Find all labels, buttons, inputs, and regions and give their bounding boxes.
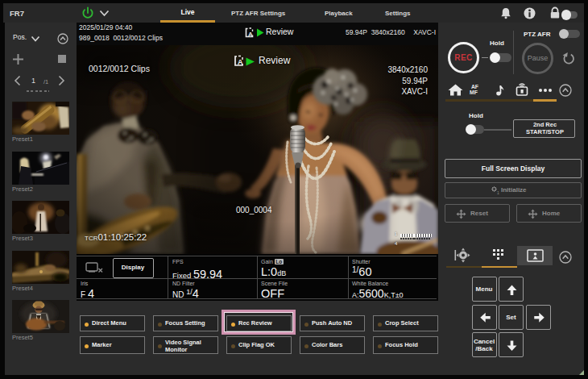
svg-text:A: A: [248, 31, 253, 38]
svg-text:1: 1: [497, 190, 499, 195]
svg-text:A: A: [238, 58, 243, 66]
